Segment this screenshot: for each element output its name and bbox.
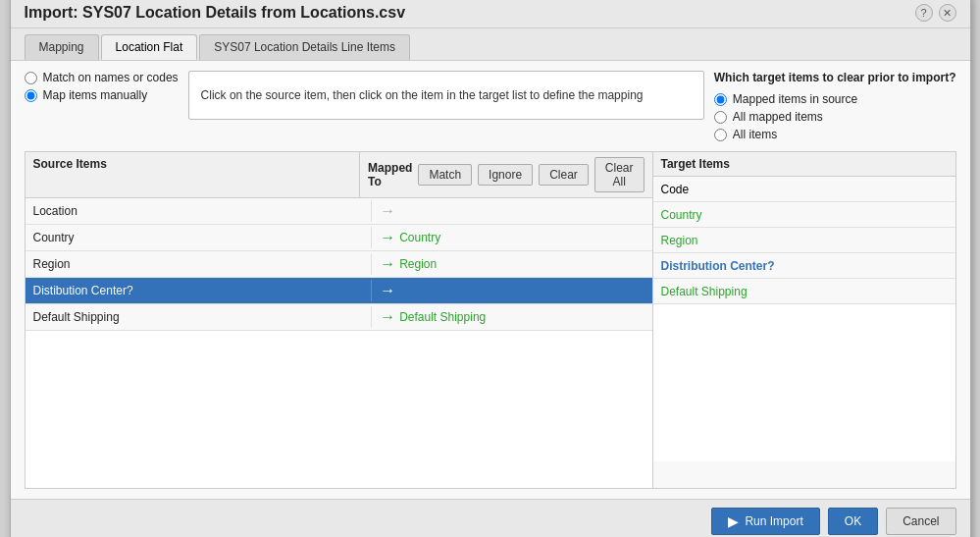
right-pane: Target Items Code Country Region bbox=[653, 152, 955, 488]
arrow-icon: → bbox=[380, 229, 395, 246]
arrow-icon: → bbox=[380, 255, 395, 273]
clear-mapped-source-radio[interactable] bbox=[714, 93, 727, 106]
mapped-to-header: Mapped To Match Ignore Clear Clear All bbox=[360, 152, 651, 197]
table-row[interactable]: Country bbox=[653, 202, 955, 228]
import-dialog: Import: SYS07 Location Details from Loca… bbox=[10, 0, 971, 537]
target-items-header: Target Items bbox=[653, 152, 955, 176]
mapped-value: Default Shipping bbox=[399, 310, 486, 324]
source-rows-area: Location → Country → Country bbox=[26, 198, 652, 488]
source-cell: Region bbox=[26, 253, 373, 275]
help-icon[interactable]: ? bbox=[915, 4, 933, 22]
table-row[interactable]: Default Shipping → Default Shipping bbox=[26, 304, 652, 331]
clear-mapped-source-option[interactable]: Mapped items in source bbox=[714, 92, 956, 106]
source-items-header: Source Items bbox=[26, 152, 361, 197]
arrow-icon: → bbox=[380, 202, 395, 220]
cancel-button[interactable]: Cancel bbox=[886, 508, 955, 535]
clear-section: Which target items to clear prior to imp… bbox=[714, 71, 956, 141]
source-cell: Distibution Center? bbox=[26, 280, 373, 301]
mapped-value: Region bbox=[399, 257, 437, 271]
mapped-cell: → Default Shipping bbox=[372, 304, 651, 330]
table-row[interactable]: Location → bbox=[26, 198, 652, 225]
tab-line-items[interactable]: SYS07 Location Details Line Items bbox=[199, 34, 410, 60]
left-pane: Source Items Mapped To Match Ignore Clea… bbox=[26, 152, 653, 488]
run-import-button[interactable]: ▶ Run Import bbox=[711, 508, 819, 535]
target-cell: Region bbox=[653, 230, 955, 251]
match-options: Match on names or codes Map items manual… bbox=[25, 71, 179, 102]
clear-all-mapped-radio[interactable] bbox=[714, 111, 727, 124]
dialog-icons: ? ✕ bbox=[915, 4, 956, 22]
dialog-footer: ▶ Run Import OK Cancel bbox=[11, 499, 970, 537]
match-button[interactable]: Match bbox=[418, 164, 472, 186]
clear-all-radio[interactable] bbox=[714, 129, 727, 141]
dialog-body: Match on names or codes Map items manual… bbox=[11, 61, 970, 499]
mapped-cell: → Country bbox=[372, 225, 651, 250]
match-names-radio[interactable] bbox=[25, 72, 37, 84]
dialog-header: Import: SYS07 Location Details from Loca… bbox=[11, 0, 970, 28]
source-cell: Location bbox=[26, 200, 373, 222]
map-manually-radio[interactable] bbox=[25, 89, 37, 102]
arrow-icon: → bbox=[380, 308, 395, 326]
table-row[interactable]: Distibution Center? → bbox=[26, 278, 652, 304]
close-icon[interactable]: ✕ bbox=[939, 4, 956, 22]
table-row[interactable]: Default Shipping bbox=[653, 279, 955, 304]
clear-all-mapped-option[interactable]: All mapped items bbox=[714, 110, 956, 124]
mapped-cell: → Region bbox=[372, 251, 651, 277]
target-cell: Default Shipping bbox=[653, 281, 955, 302]
run-import-icon: ▶ bbox=[728, 513, 739, 529]
dialog-title: Import: SYS07 Location Details from Loca… bbox=[25, 4, 406, 22]
left-pane-header: Source Items Mapped To Match Ignore Clea… bbox=[26, 152, 652, 198]
top-section: Match on names or codes Map items manual… bbox=[25, 71, 956, 141]
source-cell: Default Shipping bbox=[26, 306, 373, 328]
clear-button[interactable]: Clear bbox=[539, 164, 589, 186]
source-cell: Country bbox=[26, 227, 373, 248]
table-row[interactable]: Distribution Center? bbox=[653, 253, 955, 279]
clear-all-button[interactable]: Clear All bbox=[594, 157, 645, 192]
arrow-icon: → bbox=[380, 282, 395, 299]
tab-mapping[interactable]: Mapping bbox=[25, 34, 99, 60]
clear-title: Which target items to clear prior to imp… bbox=[714, 71, 956, 84]
target-cell: Distribution Center? bbox=[653, 255, 955, 277]
mapped-cell: → bbox=[372, 198, 651, 224]
table-row[interactable]: Code bbox=[653, 177, 955, 202]
ok-button[interactable]: OK bbox=[828, 508, 878, 535]
target-cell: Code bbox=[653, 179, 955, 200]
empty-filler bbox=[653, 304, 955, 461]
table-row[interactable]: Region bbox=[653, 228, 955, 253]
target-cell: Country bbox=[653, 204, 955, 226]
match-names-option[interactable]: Match on names or codes bbox=[25, 71, 179, 84]
tab-location-flat[interactable]: Location Flat bbox=[101, 34, 198, 60]
right-pane-header: Target Items bbox=[653, 152, 955, 177]
instruction-box: Click on the source item, then click on … bbox=[188, 71, 704, 120]
mapped-cell: → bbox=[372, 278, 651, 303]
table-row[interactable]: Country → Country bbox=[26, 225, 652, 251]
table-row[interactable]: Region → Region bbox=[26, 251, 652, 278]
tab-bar: Mapping Location Flat SYS07 Location Det… bbox=[11, 28, 970, 61]
target-rows-area: Code Country Region Distribution Center? bbox=[653, 177, 955, 488]
clear-all-option[interactable]: All items bbox=[714, 128, 956, 141]
mapping-container: Source Items Mapped To Match Ignore Clea… bbox=[25, 151, 956, 489]
map-manually-option[interactable]: Map items manually bbox=[25, 88, 179, 102]
empty-filler bbox=[26, 331, 652, 488]
mapped-value: Country bbox=[399, 231, 440, 244]
ignore-button[interactable]: Ignore bbox=[478, 164, 533, 186]
